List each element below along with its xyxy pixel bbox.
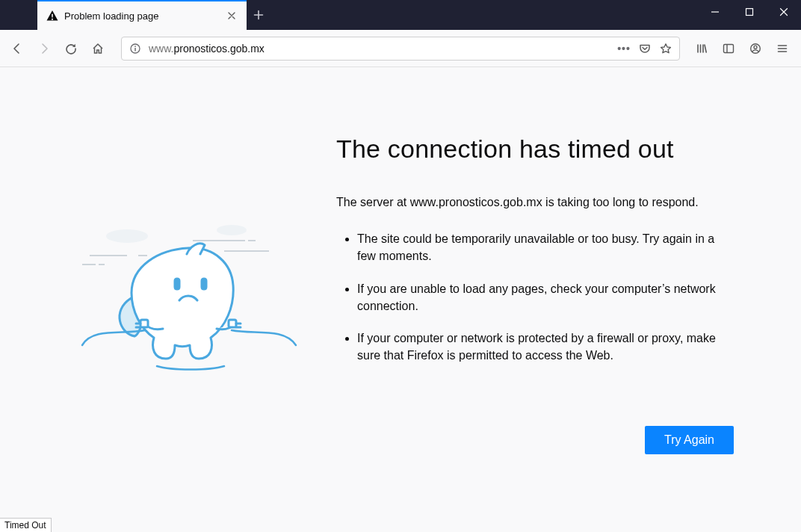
error-text: The connection has timed out The server … <box>336 134 734 396</box>
error-button-row: Try Again <box>0 396 801 454</box>
svg-point-8 <box>106 229 148 243</box>
svg-rect-2 <box>134 48 136 52</box>
nav-toolbar: www.pronosticos.gob.mx ••• <box>0 30 801 67</box>
try-again-button[interactable]: Try Again <box>645 426 734 454</box>
window-maximize-button[interactable] <box>732 0 767 24</box>
svg-rect-0 <box>746 9 753 16</box>
app-menu-button[interactable] <box>770 36 795 61</box>
reload-button[interactable] <box>58 36 84 61</box>
error-tip: If your computer or network is protected… <box>357 330 734 364</box>
account-button[interactable] <box>743 36 768 61</box>
sidebar-button[interactable] <box>716 36 741 61</box>
library-button[interactable] <box>689 36 714 61</box>
page-actions-button[interactable]: ••• <box>613 38 634 59</box>
site-identity-icon[interactable] <box>125 38 146 59</box>
titlebar: Problem loading page <box>0 0 801 30</box>
url-prefix: www. <box>149 43 173 55</box>
toolbar-right <box>689 36 797 61</box>
url-bar[interactable]: www.pronosticos.gob.mx ••• <box>121 37 680 61</box>
content-area: The connection has timed out The server … <box>0 67 801 532</box>
window-close-button[interactable] <box>767 0 801 24</box>
svg-point-7 <box>754 46 757 49</box>
tab-active[interactable]: Problem loading page <box>37 0 247 30</box>
window-controls <box>698 0 801 30</box>
tab-strip: Problem loading page <box>37 0 270 30</box>
forward-button[interactable] <box>31 36 57 61</box>
svg-rect-3 <box>134 46 136 47</box>
svg-point-9 <box>217 225 247 235</box>
error-illustration <box>67 134 306 396</box>
new-tab-button[interactable] <box>247 0 270 30</box>
status-bar: Timed Out <box>0 518 52 532</box>
error-page: The connection has timed out The server … <box>0 67 801 396</box>
url-text[interactable]: www.pronosticos.gob.mx <box>146 43 613 55</box>
error-title: The connection has timed out <box>336 134 734 164</box>
home-button[interactable] <box>85 36 111 61</box>
warning-icon <box>46 10 58 22</box>
pocket-button[interactable] <box>634 38 655 59</box>
back-button[interactable] <box>4 36 30 61</box>
error-description: The server at www.pronosticos.gob.mx is … <box>336 194 734 211</box>
window-minimize-button[interactable] <box>698 0 732 24</box>
tab-close-button[interactable] <box>226 10 238 22</box>
error-tip-list: The site could be temporarily unavailabl… <box>336 230 734 364</box>
url-host: pronosticos.gob.mx <box>173 43 264 55</box>
bookmark-star-button[interactable] <box>655 38 676 59</box>
ellipsis-icon: ••• <box>617 43 631 55</box>
svg-rect-4 <box>724 44 734 52</box>
tab-title: Problem loading page <box>64 10 158 22</box>
error-tip: If you are unable to load any pages, che… <box>357 280 734 315</box>
error-tip: The site could be temporarily unavailabl… <box>357 230 734 265</box>
